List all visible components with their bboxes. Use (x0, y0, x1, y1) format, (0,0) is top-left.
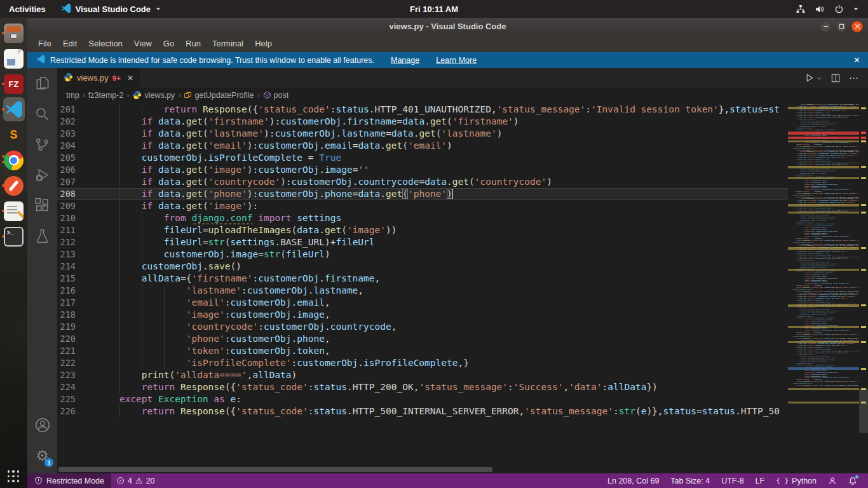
code-line-204[interactable]: 204 if data.get('email'):customerObj.ema… (57, 140, 788, 152)
code-line-215[interactable]: 215 allData={'firstname':customerObj.fir… (57, 273, 788, 285)
manage-link[interactable]: Manage (391, 56, 419, 65)
account-button[interactable] (27, 410, 57, 440)
activities-button[interactable]: Activities (0, 0, 55, 18)
breadcrumb-getupdateprofile[interactable]: getUpdateProfile (184, 91, 254, 100)
tab-size-status[interactable]: Tab Size: 4 (665, 477, 715, 485)
menu-file[interactable]: File (32, 35, 57, 52)
close-button[interactable] (851, 21, 863, 32)
breadcrumb-views.py[interactable]: views.py (132, 90, 175, 100)
line-number: 219 (57, 321, 85, 333)
code-line-213[interactable]: 213 customerObj.image=str(fileUrl) (57, 248, 788, 261)
tab-views-py[interactable]: views.py 9+ ✕ (57, 68, 140, 88)
code-line-224[interactable]: 224 return Response({'status_code':statu… (57, 381, 788, 393)
language-mode-status[interactable]: { }Python (770, 477, 822, 485)
line-number: 210 (57, 212, 85, 224)
encoding-status[interactable]: UTF-8 (715, 477, 749, 485)
code-line-207[interactable]: 207 if data.get('countrycode'):customerO… (57, 176, 788, 188)
run-python-file-button[interactable] (804, 73, 822, 83)
maximize-button[interactable] (836, 21, 847, 32)
menu-view[interactable]: View (128, 35, 158, 52)
extensions-icon (34, 198, 50, 214)
line-content: if data.get('lastname'):customerObj.last… (85, 128, 788, 140)
code-line-216[interactable]: 216 'lastname':customerObj.lastname, (57, 285, 788, 297)
menu-go[interactable]: Go (158, 35, 180, 52)
code-line-225[interactable]: 225 except Exception as e: (57, 393, 788, 405)
code-line-218[interactable]: 218 'image':customerObj.image, (57, 309, 788, 321)
code-line-206[interactable]: 206 if data.get('image'):customerObj.ima… (57, 164, 788, 176)
close-icon[interactable]: ✕ (127, 74, 133, 83)
run-debug-activity-button[interactable] (27, 159, 57, 190)
breadcrumb-post[interactable]: post (263, 91, 289, 100)
menu-edit[interactable]: Edit (57, 35, 83, 52)
breadcrumb-separator: › (257, 91, 260, 100)
line-content: 'phone':customerObj.phone, (85, 333, 788, 345)
feedback-status[interactable] (822, 477, 843, 485)
close-icon[interactable]: ✕ (846, 55, 868, 65)
code-line-202[interactable]: 202 if data.get('firstname'):customerObj… (57, 116, 788, 128)
code-line-201[interactable]: 201 return Response({'status_code':statu… (57, 104, 788, 116)
extensions-activity-button[interactable] (27, 190, 57, 220)
menu-terminal[interactable]: Terminal (207, 35, 249, 52)
system-tray[interactable] (796, 4, 868, 14)
code-line-220[interactable]: 220 'phone':customerObj.phone, (57, 333, 788, 345)
source-control-activity-button[interactable] (27, 129, 57, 159)
settings-gear-button[interactable]: ⚙1 (27, 440, 57, 471)
line-content: if data.get('countrycode'):customerObj.c… (85, 176, 788, 188)
line-number: 204 (57, 140, 85, 152)
line-number: 205 (57, 152, 85, 164)
code-line-212[interactable]: 212 fileUrl=str(settings.BASE_URL)+fileU… (57, 236, 788, 248)
code-line-208[interactable]: 208 if data.get('phone'):customerObj.pho… (57, 188, 788, 200)
editor[interactable]: 201 return Response({'status_code':statu… (57, 102, 868, 473)
code-line-223[interactable]: 223 print('alldata====',allData) (57, 369, 788, 381)
code-line-226[interactable]: 226 return Response({'status_code':statu… (57, 405, 788, 417)
restricted-mode-status[interactable]: Restricted Mode (27, 473, 111, 488)
dock-vscode-icon[interactable] (1, 97, 27, 122)
vertical-scrollbar[interactable] (859, 389, 868, 433)
app-menu[interactable]: Visual Studio Code (55, 3, 168, 15)
code-line-217[interactable]: 217 'email':customerObj.email, (57, 297, 788, 309)
minimap-highlight (788, 247, 859, 250)
split-editor-icon[interactable] (831, 74, 840, 83)
cursor-position-status[interactable]: Ln 208, Col 69 (602, 477, 665, 485)
breadcrumb-fz3temp-2[interactable]: fz3temp-2 (88, 91, 124, 100)
code-line-205[interactable]: 205 customerObj.isProfileComplete = True (57, 152, 788, 164)
notifications-status[interactable] (843, 477, 863, 485)
code-line-221[interactable]: 221 'token':customerObj.token, (57, 345, 788, 357)
dock-file-manager-icon[interactable] (1, 20, 27, 46)
explorer-icon (34, 75, 51, 92)
dock-terminal-icon[interactable]: >_ (1, 224, 27, 249)
code-line-203[interactable]: 203 if data.get('lastname'):customerObj.… (57, 128, 788, 140)
code-line-210[interactable]: 210 from django.conf import settings (57, 212, 788, 224)
dock-text-editor-icon[interactable] (1, 198, 27, 224)
dock-document-viewer-icon[interactable] (1, 46, 27, 71)
search-activity-button[interactable] (27, 98, 57, 129)
minimize-button[interactable] (820, 21, 831, 32)
line-content: from django.conf import settings (85, 212, 788, 224)
breadcrumb-tmp[interactable]: tmp (66, 91, 79, 100)
show-applications-button[interactable] (8, 470, 20, 483)
menu-selection[interactable]: Selection (83, 35, 128, 52)
more-actions-icon[interactable]: ⋯ (849, 72, 859, 84)
menu-help[interactable]: Help (249, 35, 278, 52)
horizontal-scrollbar[interactable] (58, 467, 492, 472)
code-line-219[interactable]: 219 'countrycode':customerObj.countrycod… (57, 321, 788, 333)
minimap[interactable]: return Response({'status_code':status.HT… (788, 102, 859, 473)
code-line-209[interactable]: 209 if data.get('image'): (57, 200, 788, 212)
code-line-222[interactable]: 222 'isProfileComplete':customerObj.isPr… (57, 357, 788, 369)
dock-filezilla-icon[interactable]: FZ (1, 71, 27, 97)
problems-status[interactable]: 4 ⚠ 20 (111, 473, 160, 488)
code-line-211[interactable]: 211 fileUrl=uploadTheImages(data.get('im… (57, 224, 788, 236)
explorer-activity-button[interactable] (27, 68, 57, 98)
dock-pen-app-icon[interactable] (1, 173, 27, 198)
learn-more-link[interactable]: Learn More (436, 56, 477, 65)
line-content: return Response({'status_code':status.HT… (85, 104, 788, 116)
code-line-214[interactable]: 214 customerObj.save() (57, 261, 788, 273)
minimap-highlight (788, 177, 859, 179)
testing-activity-button[interactable] (27, 220, 57, 251)
title-bar[interactable]: views.py - Visual Studio Code (27, 18, 868, 35)
eol-status[interactable]: LF (750, 477, 771, 485)
menu-run[interactable]: Run (180, 35, 207, 52)
code-area[interactable]: 201 return Response({'status_code':statu… (57, 102, 788, 473)
dock-chrome-icon[interactable] (1, 147, 27, 173)
dock-sublime-text-icon[interactable]: S (1, 122, 27, 147)
